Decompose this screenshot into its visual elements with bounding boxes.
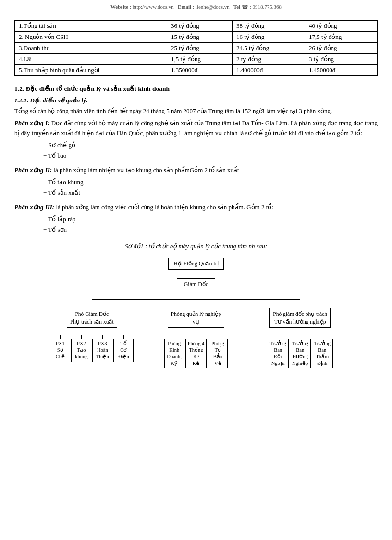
cell-col2: 25 tỷ đồng (167, 43, 233, 54)
org-bottom-box: Phòng 4ThốngKêKế (185, 339, 207, 369)
list-item: Tổ bao (43, 151, 378, 161)
connector-gd-branches (196, 290, 196, 299)
org-bottom-box: TrưởngBanHướngNghiệp (290, 339, 311, 369)
px2-body: là phân xởng làm nhiệm vụ tạo khung cho … (52, 166, 239, 174)
px2-label: Phân xởng II: (14, 166, 52, 174)
cell-label: 1.Tổng tài sản (15, 21, 167, 32)
cell-col3: 1.400000đ (232, 65, 305, 76)
cell-col2: 15 tỷ đồng (167, 32, 233, 43)
website-label: Website : (110, 4, 133, 10)
cell-label: 5.Thu nhập bình quân đầu ngời (15, 65, 167, 76)
org-bottom-box: PhòngTổBảoVệ (208, 339, 228, 369)
financial-table: 1.Tổng tài sản36 tỷ đồng38 tỷ đồng40 tỷ … (14, 20, 378, 76)
connector-hdqt-gd (196, 270, 196, 278)
cell-label: 2. Nguồn vốn CSH (15, 32, 167, 43)
branch-left-label: Phó Giám ĐốcPhụ trách sản xuất (67, 308, 117, 328)
website-url: http://www.docs.vn (133, 4, 174, 10)
px2-list: Tổ tạo khungTổ sản xuất (43, 177, 378, 198)
org-bottom-box: PX3HoànThiện (92, 339, 112, 362)
table-row: 2. Nguồn vốn CSH15 tỷ đồng16 tỷ đồng17,5… (15, 32, 378, 43)
list-item: Tổ sản xuất (43, 188, 378, 198)
cell-col4: 3 tỷ đồng (305, 54, 377, 65)
cell-col2: 36 tỷ đồng (167, 21, 233, 32)
px1-list: Sơ chế gỗTổ bao (43, 140, 378, 161)
tel-number: 0918.775.368 (253, 4, 282, 10)
org-chart: Hội Đồng Quản trị Giám Đốc Phó Giám ĐốcP… (14, 256, 378, 369)
cell-col4: 17,5 tỷ đồng (305, 32, 377, 43)
cell-col3: 38 tỷ đồng (232, 21, 305, 32)
para1: Tổng số cán bộ công nhân viên tính đến h… (14, 106, 378, 116)
subsection-heading-1-2-1: 1.2.1. Đặc điểm về quản lý: (14, 97, 378, 104)
org-bottom-box: PX1SơChế (50, 339, 70, 362)
px3-body: là phân xởng làm công việc cuối cùng là … (54, 203, 273, 211)
email-address: lienhe@docs.vn (196, 4, 230, 10)
org-bottom-box: TổCơĐiện (113, 339, 134, 362)
tel-icon: ☎ (242, 4, 248, 10)
list-item: Tổ tạo khung (43, 177, 378, 188)
email-label: Email : (178, 4, 196, 10)
px1-body: Đọc đặt cùng với bộ máy quản lý công ngh… (14, 119, 378, 137)
org-bottom-box: TrưởngBanThẩmĐịnh (312, 339, 333, 369)
org-bottom-box: PhòngKinhDoanh,Kỹ (164, 339, 184, 369)
org-chart-caption: Sơ đồ1 : tổ chức bộ máy quản lý của trun… (14, 242, 378, 250)
phan-xuong-2-text: Phân xởng II: là phân xởng làm nhiệm vụ … (14, 165, 378, 176)
section-heading-1-2: 1.2. Đặc điểm tổ chức quản lý và sản xuấ… (14, 85, 378, 93)
table-row: 3.Doanh thu25 tỷ đồng24.5 tỷ đồng26 tỷ đ… (15, 43, 378, 54)
branch-right-label: Phó giám đốc phụ tráchTư vấn hướng nghiệ… (270, 308, 331, 328)
cell-col2: 1,5 tỷ đồng (167, 54, 233, 65)
phan-xuong-1-text: Phân xởng I: Đọc đặt cùng với bộ máy quả… (14, 118, 378, 138)
org-bottom-box: PX2Tạokhung (71, 339, 91, 362)
table-row: 1.Tổng tài sản36 tỷ đồng38 tỷ đồng40 tỷ … (15, 21, 378, 32)
cell-label: 3.Doanh thu (15, 43, 167, 54)
org-bottom-box: TrưởngBanĐốiNgoại (268, 339, 289, 369)
cell-label: 4.Lãi (15, 54, 167, 65)
giam-doc-box: Giám Đốc (177, 278, 215, 290)
cell-col4: 40 tỷ đồng (305, 21, 377, 32)
cell-col3: 24.5 tỷ đồng (232, 43, 305, 54)
cell-col2: 1.350000đ (167, 65, 233, 76)
px1-label: Phân xởng I: (14, 119, 49, 126)
hdqt-box: Hội Đồng Quản trị (168, 258, 224, 270)
list-item: Sơ chế gỗ (43, 140, 378, 151)
px3-label: Phân xởng III: (14, 203, 54, 211)
cell-col3: 2 tỷ đồng (232, 54, 305, 65)
phan-xuong-3-text: Phân xởng III: là phân xởng làm công việ… (14, 202, 378, 213)
cell-col4: 26 tỷ đồng (305, 43, 377, 54)
list-item: Tổ sơn (43, 225, 378, 235)
table-row: 5.Thu nhập bình quân đầu ngời1.350000đ1.… (15, 65, 378, 76)
table-row: 4.Lãi1,5 tỷ đồng2 tỷ đồng3 tỷ đồng (15, 54, 378, 65)
px3-list: Tổ lắp rápTổ sơn (43, 214, 378, 235)
cell-col3: 16 tỷ đồng (232, 32, 305, 43)
page-header: Website : http://www.docs.vn Email : lie… (14, 0, 378, 15)
branch-mid-label: Phòng quản lý nghiệpvụ (168, 308, 224, 328)
cell-col4: 1.450000đ (305, 65, 377, 76)
tel-label: Tel ☎ : (233, 4, 253, 10)
list-item: Tổ lắp ráp (43, 214, 378, 225)
